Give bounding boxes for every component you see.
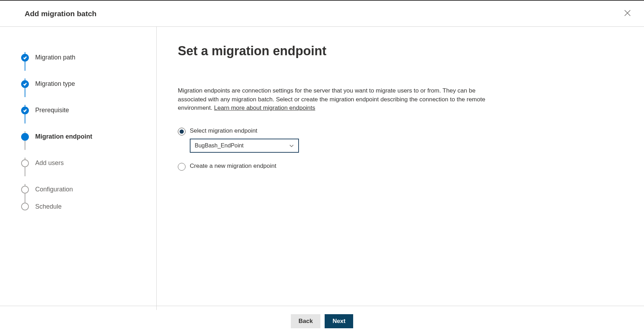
radio-create-endpoint[interactable]: Create a new migration endpoint <box>178 163 612 171</box>
description: Migration endpoints are connection setti… <box>178 87 495 113</box>
main-content: Set a migration endpoint Migration endpo… <box>157 27 644 310</box>
radio-content: Create a new migration endpoint <box>190 163 276 170</box>
step-label: Migration type <box>35 80 75 88</box>
check-icon <box>23 56 27 60</box>
next-button[interactable]: Next <box>325 314 353 328</box>
check-icon <box>23 108 27 113</box>
step-label: Migration endpoint <box>35 133 92 140</box>
step-configuration[interactable]: Configuration <box>21 176 156 203</box>
step-label: Migration path <box>35 54 75 61</box>
step-migration-endpoint[interactable]: Migration endpoint <box>21 123 156 150</box>
footer: Back Next <box>0 306 644 336</box>
radio-label: Create a new migration endpoint <box>190 163 276 170</box>
step-label: Schedule <box>35 203 62 210</box>
dropdown-value: BugBash_EndPoint <box>195 142 244 149</box>
page-title: Set a migration endpoint <box>178 44 612 58</box>
wizard-sidebar: Migration path Migration type Prerequisi… <box>0 27 157 310</box>
step-marker-pending <box>21 159 29 167</box>
endpoint-dropdown[interactable]: BugBash_EndPoint <box>190 139 299 153</box>
close-button[interactable] <box>621 7 633 20</box>
step-schedule[interactable]: Schedule <box>21 203 156 210</box>
step-prerequisite[interactable]: Prerequisite <box>21 97 156 123</box>
page-heading: Add migration batch <box>25 9 96 18</box>
step-label: Prerequisite <box>35 107 69 114</box>
close-icon <box>624 10 631 16</box>
step-label: Configuration <box>35 186 73 193</box>
endpoint-choice-group: Select migration endpoint BugBash_EndPoi… <box>178 127 612 171</box>
radio-icon <box>178 128 186 135</box>
step-label: Add users <box>35 159 64 167</box>
radio-content: Select migration endpoint BugBash_EndPoi… <box>190 127 299 153</box>
wizard-steps: Migration path Migration type Prerequisi… <box>21 44 156 210</box>
step-marker-pending <box>21 186 29 194</box>
body: Migration path Migration type Prerequisi… <box>0 27 644 310</box>
step-marker-completed <box>21 107 29 114</box>
learn-more-link[interactable]: Learn more about migration endpoints <box>214 104 315 111</box>
chevron-down-icon <box>289 143 294 148</box>
step-marker-completed <box>21 80 29 88</box>
radio-icon <box>178 163 186 171</box>
step-marker-current <box>21 133 29 141</box>
step-marker-completed <box>21 54 29 62</box>
back-button[interactable]: Back <box>291 314 321 328</box>
step-add-users[interactable]: Add users <box>21 150 156 176</box>
step-marker-pending <box>21 203 29 210</box>
radio-label: Select migration endpoint <box>190 127 299 134</box>
radio-select-endpoint[interactable]: Select migration endpoint BugBash_EndPoi… <box>178 127 612 153</box>
step-migration-path[interactable]: Migration path <box>21 44 156 71</box>
step-migration-type[interactable]: Migration type <box>21 71 156 97</box>
check-icon <box>23 82 27 86</box>
header: Add migration batch <box>0 1 644 27</box>
